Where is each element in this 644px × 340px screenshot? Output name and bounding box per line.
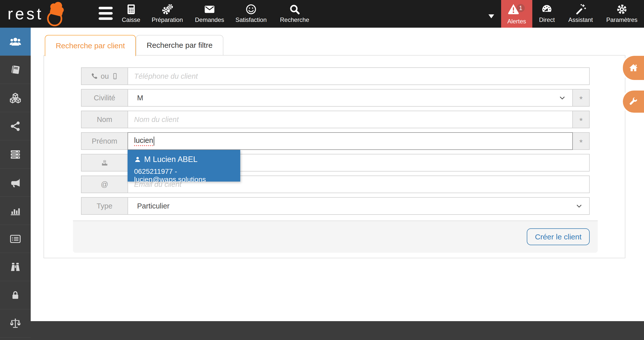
phone-field-label: ou: [81, 67, 128, 85]
server-icon: [10, 149, 21, 160]
cogs-icon: [152, 3, 183, 16]
app-logo[interactable]: rest: [8, 0, 67, 28]
chevron-down-icon[interactable]: [487, 13, 496, 20]
sidebar-item-book[interactable]: [0, 56, 31, 84]
nav-item-satisfaction[interactable]: Satisfaction: [235, 0, 267, 28]
logo-text: rest: [8, 6, 44, 22]
suggestion-contact: 0625211977 - lucien@waps.solutions: [134, 167, 240, 184]
nav-item-preparation[interactable]: Préparation: [152, 0, 183, 28]
nom-row: Nom *: [81, 111, 590, 128]
prenom-row: Prénom lucien *: [81, 132, 590, 150]
client-search-panel: ou Civilité M: [44, 55, 625, 258]
panel-footer: Créer le client: [73, 221, 598, 253]
bullhorn-icon: [10, 177, 21, 188]
phone-icon: [91, 72, 98, 80]
nav-item-direct[interactable]: Direct: [539, 0, 555, 28]
alert-count-badge: 1: [517, 4, 525, 12]
civilite-field-label: Civilité: [81, 89, 128, 107]
users-icon: [9, 36, 21, 48]
book-icon: [10, 64, 21, 76]
chef-hat-icon: [44, 0, 67, 27]
nom-field-label: Nom: [81, 111, 128, 128]
sidebar-item-bullhorn[interactable]: [0, 168, 31, 197]
list-icon: [10, 233, 21, 245]
nav-item-alertes[interactable]: 1 Alertes: [501, 0, 532, 28]
email-field-label: @: [81, 176, 128, 193]
phone-input[interactable]: [128, 68, 589, 84]
sidebar-item-server[interactable]: [0, 140, 31, 168]
lock-icon: [10, 290, 21, 301]
sidebar-item-clients[interactable]: [0, 28, 31, 56]
balance-scale-icon: [10, 318, 21, 329]
required-indicator: *: [573, 111, 590, 128]
type-row: Type Particulier: [81, 197, 590, 215]
binoculars-icon: [10, 262, 21, 273]
sidebar-item-security[interactable]: [0, 281, 31, 309]
menu-toggle-icon[interactable]: [99, 7, 113, 20]
user-icon: [134, 156, 141, 163]
topbar: rest Caisse: [0, 0, 644, 28]
sidebar-item-stats[interactable]: [0, 197, 31, 225]
prenom-field-label: Prénom: [81, 132, 128, 150]
home-icon: [628, 63, 639, 73]
sidebar-item-legal[interactable]: [0, 309, 31, 337]
birthday-cake-icon: [100, 158, 109, 167]
search-icon: [280, 3, 309, 16]
cubes-icon: [9, 92, 21, 104]
nav-item-caisse[interactable]: Caisse: [122, 0, 140, 28]
phone-field: [128, 67, 590, 85]
home-fab-button[interactable]: [623, 56, 644, 80]
required-indicator: *: [573, 89, 590, 107]
bar-chart-icon: [10, 205, 21, 217]
smiley-icon: [235, 3, 267, 16]
sidebar: [0, 28, 31, 340]
nav-item-demandes[interactable]: Demandes: [195, 0, 224, 28]
prenom-typed-value: lucien: [134, 136, 153, 146]
nav-item-recherche[interactable]: Recherche: [280, 0, 309, 28]
mobile-phone-icon: [111, 72, 118, 80]
nav-item-assistant[interactable]: Assistant: [568, 0, 593, 28]
civilite-select[interactable]: M: [128, 89, 573, 107]
magic-wand-icon: [568, 3, 593, 16]
envelope-icon: [195, 3, 224, 16]
prenom-input[interactable]: lucien: [128, 132, 573, 150]
suggestion-name: M Lucien ABEL: [144, 155, 197, 164]
tab-recherche-par-client[interactable]: Recherche par client: [45, 35, 136, 56]
chevron-down-icon: [558, 94, 566, 102]
autocomplete-suggestion[interactable]: M Lucien ABEL 0625211977 - lucien@waps.s…: [128, 150, 240, 182]
bottom-bar: [0, 321, 644, 340]
calculator-icon: [122, 3, 140, 16]
sidebar-item-share[interactable]: [0, 112, 31, 140]
nav-item-parametres[interactable]: Paramètres: [606, 0, 637, 28]
gear-icon: [606, 3, 637, 16]
required-indicator: *: [573, 132, 590, 150]
type-select[interactable]: Particulier: [128, 197, 590, 215]
sidebar-item-cubes[interactable]: [0, 84, 31, 112]
settings-fab-button[interactable]: [623, 91, 644, 113]
phone-row: ou: [81, 67, 590, 85]
create-client-button[interactable]: Créer le client: [527, 228, 590, 245]
birthday-field-label: [81, 154, 128, 172]
type-field-label: Type: [81, 197, 128, 215]
text-cursor: [154, 137, 154, 146]
share-icon: [10, 121, 21, 132]
nom-field: [128, 111, 573, 128]
sidebar-item-search-advanced[interactable]: [0, 253, 31, 281]
wrench-icon: [628, 97, 638, 107]
sidebar-item-list[interactable]: [0, 225, 31, 253]
civilite-row: Civilité M *: [81, 89, 590, 107]
nom-input[interactable]: [128, 111, 572, 128]
client-form: ou Civilité M: [81, 67, 590, 219]
tachometer-icon: [539, 3, 555, 16]
chevron-down-icon: [575, 202, 583, 210]
tab-recherche-par-filtre[interactable]: Recherche par filtre: [136, 35, 223, 55]
